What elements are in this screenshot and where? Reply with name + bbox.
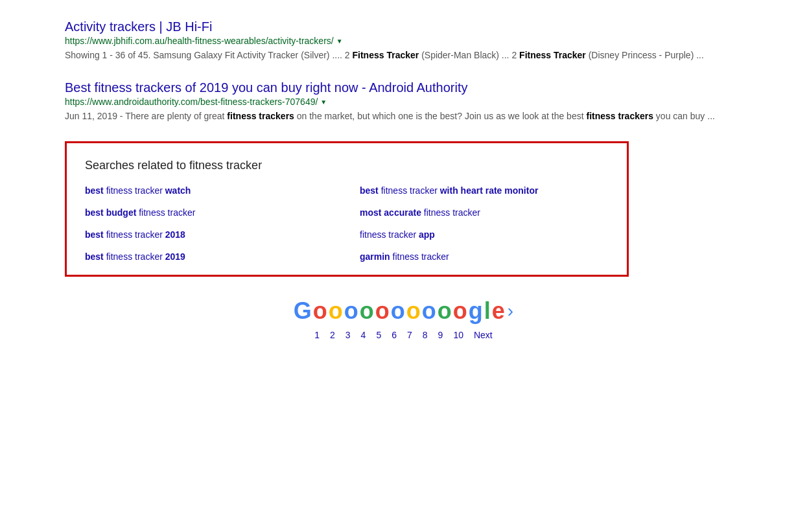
google-letter-o4: o [360,297,374,325]
page-5[interactable]: 5 [376,330,381,340]
related-search-item-1[interactable]: best fitness tracker watch [85,185,334,196]
result-url: https://www.jbhifi.com.au/health-fitness… [65,36,334,46]
google-letter-o8: o [422,297,436,325]
search-result-jbhifi: Activity trackers | JB Hi-Fi https://www… [65,19,742,62]
related-search-item-8[interactable]: garmin fitness tracker [360,251,609,262]
snippet-date: Jun 11, 2019 [65,111,117,121]
next-button[interactable]: Next [474,330,493,340]
google-letter-e: e [492,297,505,325]
google-letter-o5: o [375,297,390,325]
dropdown-arrow-icon: ▼ [336,38,343,45]
page-8[interactable]: 8 [423,330,428,340]
snippet-text-2c: you can buy ... [653,111,715,121]
snippet-bold2: Fitness Tracker [519,50,586,60]
related-search-item-3[interactable]: best budget fitness tracker [85,207,334,218]
google-letter-o2: o [329,297,343,325]
google-letter-l: l [484,297,491,325]
related-search-item-2[interactable]: best fitness tracker with heart rate mon… [360,185,609,196]
google-letter-G: G [294,297,312,325]
result-title-link[interactable]: Activity trackers | JB Hi-Fi [65,19,212,34]
snippet-bold1: Fitness Tracker [353,50,419,60]
snippet-text3: (Disney Princess - Purple) ... [586,50,704,60]
result-title-2[interactable]: Best fitness trackers of 2019 you can bu… [65,80,742,95]
result-snippet: Showing 1 - 36 of 45. Samsung Galaxy Fit… [65,49,742,62]
snippet-bold2-2: fitness trackers [586,111,653,121]
next-chevron-icon: › [508,301,513,321]
related-search-item-5[interactable]: best fitness tracker 2018 [85,229,334,240]
related-search-item-7[interactable]: best fitness tracker 2019 [85,251,334,262]
page-6[interactable]: 6 [392,330,397,340]
page-9[interactable]: 9 [438,330,443,340]
snippet-bold1-2: fitness trackers [227,111,294,121]
result-title[interactable]: Activity trackers | JB Hi-Fi [65,19,742,34]
google-letter-o10: o [453,297,467,325]
result-url-row: https://www.jbhifi.com.au/health-fitness… [65,36,742,46]
related-searches-title: Searches related to fitness tracker [85,159,609,172]
snippet-text2: (Spider-Man Black) ... 2 [419,50,519,60]
page-4[interactable]: 4 [361,330,366,340]
result-title-link-2[interactable]: Best fitness trackers of 2019 you can bu… [65,80,467,95]
related-searches-box: Searches related to fitness tracker best… [65,141,629,277]
result-url-2: https://www.androidauthority.com/best-fi… [65,97,318,107]
related-searches-grid: best fitness tracker watch best fitness … [85,185,609,262]
snippet-text-2b: on the market, but which one is the best… [294,111,587,121]
snippet-text: Showing 1 - 36 of 45. Samsung Galaxy Fit… [65,50,353,60]
page-10[interactable]: 10 [453,330,463,340]
google-logo-pagination: G o o o o o o o o o o g l e › [65,297,742,325]
dropdown-arrow-icon-2: ▼ [320,98,327,106]
page-7[interactable]: 7 [407,330,412,340]
page-2[interactable]: 2 [330,330,335,340]
page-1[interactable]: 1 [314,330,320,340]
google-letter-o7: o [406,297,421,325]
google-footer: G o o o o o o o o o o g l e › 1 2 3 4 5 … [65,297,742,340]
result-url-row-2: https://www.androidauthority.com/best-fi… [65,97,742,107]
related-search-item-4[interactable]: most accurate fitness tracker [360,207,609,218]
google-letter-o9: o [438,297,452,325]
page-3[interactable]: 3 [345,330,351,340]
google-letter-o3: o [344,297,358,325]
snippet-text-2a: - There are plenty of great [117,111,227,121]
result-snippet-2: Jun 11, 2019 - There are plenty of great… [65,110,742,123]
google-letter-o6: o [391,297,405,325]
pagination-row: 1 2 3 4 5 6 7 8 9 10 Next [65,330,742,340]
google-letter-o1: o [313,297,327,325]
related-search-item-6[interactable]: fitness tracker app [360,229,609,240]
google-letter-g2: g [469,297,483,325]
search-result-androidauthority: Best fitness trackers of 2019 you can bu… [65,80,742,123]
